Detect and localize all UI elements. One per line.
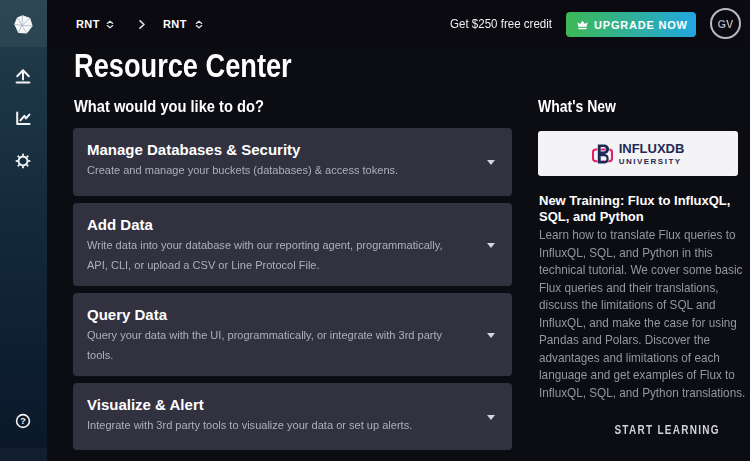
svg-text:?: ? xyxy=(20,416,26,426)
